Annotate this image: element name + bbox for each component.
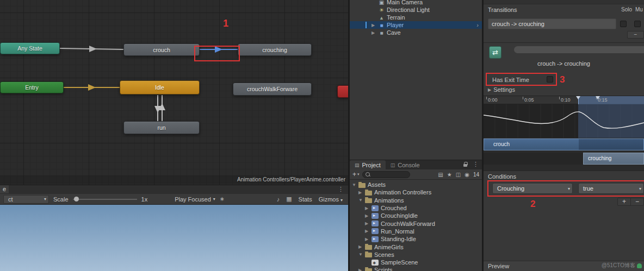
destination-state-row: crouching: [484, 153, 644, 165]
hierar​chy-item[interactable]: Terrain: [350, 14, 482, 21]
saved-search-icon[interactable]: ◫: [456, 172, 461, 178]
project-panel-menu-icon[interactable]: ⋮: [473, 161, 479, 168]
scale-label: Scale: [53, 196, 69, 203]
foldout-arrow-icon[interactable]: ▶: [371, 23, 378, 28]
asset-icon: [371, 220, 379, 226]
tab-console[interactable]: ◫ Console: [386, 160, 425, 169]
foldout-arrow-icon[interactable]: ▼: [358, 252, 365, 257]
capture-burst-icon[interactable]: ∗: [220, 196, 225, 203]
state-run[interactable]: run: [123, 121, 200, 134]
transition-timeline: 0:00 0:05 0:10 0:15: [484, 96, 644, 171]
project-search-input[interactable]: [362, 171, 410, 178]
state-crouchwalkforware[interactable]: crouchWalkForware: [233, 83, 312, 96]
animator-graph-panel[interactable]: Any State crouch crouching Entry Idle cr…: [0, 0, 348, 185]
project-tree-item[interactable]: SampleScene: [350, 259, 482, 266]
game-tab[interactable]: e: [0, 185, 9, 193]
foldout-arrow-icon[interactable]: ▶: [365, 221, 371, 226]
remove-condition-button[interactable]: −: [631, 198, 643, 205]
state-crouch[interactable]: crouch: [123, 43, 200, 56]
foldout-arrow-icon[interactable]: ▶: [365, 206, 371, 211]
destination-state-bar[interactable]: crouching: [583, 153, 644, 165]
asset-name: SampleScene: [381, 259, 418, 266]
object-icon: [378, 7, 385, 13]
project-tree-list: ▼ Assets ▶ Animation Controllers ▼ Anima…: [350, 181, 482, 271]
foldout-arrow-icon[interactable]: ▶: [358, 268, 365, 271]
asset-icon: [371, 228, 379, 234]
asset-name: Animation Controllers: [374, 189, 431, 196]
hierarchy-list: Main Camera Directional Light Terrain ▶ …: [350, 0, 482, 36]
add-condition-button[interactable]: +: [618, 198, 631, 205]
project-tree-item[interactable]: ▶ Run_Normal: [350, 228, 482, 235]
state-entry[interactable]: Entry: [0, 81, 64, 93]
foldout-arrow-icon[interactable]: ▼: [352, 182, 358, 187]
hierar​chy-item[interactable]: Directional Light: [350, 6, 482, 14]
slider-thumb[interactable]: [74, 197, 79, 201]
overlap-shade: [579, 139, 643, 150]
mute-checkbox[interactable]: [634, 21, 641, 27]
foldout-arrow-icon[interactable]: ▼: [358, 198, 365, 203]
project-tree-item[interactable]: ▶ CrouchingIdle: [350, 212, 482, 219]
visibility-eye-icon[interactable]: ◉: [465, 172, 469, 178]
project-tree-item[interactable]: ▼ Scenes: [350, 251, 482, 259]
hierar​chy-item[interactable]: ▶ Player ›: [350, 21, 482, 29]
prefab-open-chevron-icon[interactable]: ›: [476, 22, 479, 28]
condition-value-dropdown[interactable]: true ▾: [578, 183, 644, 194]
aspect-ratio-dropdown[interactable]: ct ▾: [3, 195, 49, 204]
settings-foldout[interactable]: ▶ Settings: [488, 86, 515, 93]
foldout-arrow-icon[interactable]: ▶: [365, 229, 371, 234]
tab-project[interactable]: ▤ Project: [350, 160, 386, 169]
condition-parameter-dropdown[interactable]: Crouching ▾: [492, 183, 573, 194]
scale-slider[interactable]: [73, 195, 137, 204]
stats-grid-icon[interactable]: ▦: [286, 196, 292, 203]
game-tab-strip: e ⋮: [0, 185, 348, 193]
game-panel-menu-icon[interactable]: ⋮: [338, 186, 344, 193]
timeline-ruler[interactable]: 0:00 0:05 0:10 0:15: [484, 96, 644, 104]
mute-audio-icon[interactable]: ♪: [277, 196, 280, 203]
panel-divider[interactable]: [482, 0, 484, 271]
hierar​chy-item[interactable]: ▶ Cave: [350, 29, 482, 36]
transition-anystate-to-crouch[interactable]: [60, 46, 123, 52]
transition-list-item[interactable]: crouch -> crouching: [488, 18, 616, 29]
play-focused-dropdown[interactable]: Play Focused ▾: [175, 196, 215, 203]
stats-button[interactable]: Stats: [299, 196, 312, 203]
foldout-arrow-icon[interactable]: ▶: [365, 213, 371, 218]
solo-checkbox[interactable]: [620, 21, 627, 27]
add-asset-button[interactable]: + ▾: [352, 171, 360, 178]
remove-transition-button[interactable]: −: [627, 31, 644, 39]
project-tree-item[interactable]: ▼ Assets: [350, 181, 482, 188]
asset-name: CrouchWalkForward: [381, 220, 435, 227]
state-idle[interactable]: Idle: [120, 80, 200, 94]
foldout-arrow-icon[interactable]: ▶: [358, 190, 365, 195]
foldout-arrow-icon[interactable]: ▶: [365, 237, 371, 242]
project-tree-item[interactable]: ▶ AnimeGirls: [350, 243, 482, 250]
state-crouching[interactable]: crouching: [238, 43, 312, 56]
chevron-down-icon: ▾: [44, 197, 46, 201]
transition-entry-to-idle[interactable]: [64, 84, 120, 91]
state-clipped-red[interactable]: [337, 85, 348, 98]
panel-divider[interactable]: [348, 0, 350, 271]
game-viewport[interactable]: [0, 205, 348, 271]
project-tree-item[interactable]: ▶ Scripts: [350, 266, 482, 271]
project-tree-item[interactable]: ▶ CrouchWalkForward: [350, 219, 482, 227]
search-by-label-icon[interactable]: ★: [447, 172, 452, 178]
transition-title: crouch -> crouching: [484, 60, 644, 67]
lock-icon[interactable]: [463, 162, 468, 167]
project-tree-item[interactable]: ▶ Standing-Idle: [350, 235, 482, 243]
project-tree-item[interactable]: ▼ Animations: [350, 197, 482, 204]
source-state-bar[interactable]: crouch: [484, 138, 644, 150]
timeline-tick: 0:00: [486, 97, 498, 103]
gizmos-dropdown[interactable]: Gizmos ▾: [319, 196, 343, 203]
state-any-state[interactable]: Any State: [0, 42, 60, 54]
hierar​chy-item[interactable]: Main Camera: [350, 0, 482, 6]
foldout-arrow-icon[interactable]: ▶: [358, 244, 365, 249]
transition-end-handle[interactable]: [596, 96, 600, 99]
transition-crouch-to-crouching-selected[interactable]: [200, 46, 238, 53]
project-tree-item[interactable]: ▶ Animation Controllers: [350, 188, 482, 196]
search-by-type-icon[interactable]: ▤: [438, 172, 443, 178]
transition-start-handle[interactable]: [576, 96, 580, 99]
slider-track: [73, 199, 137, 200]
project-tree-item[interactable]: ▶ Crouched: [350, 204, 482, 212]
timeline-tick: 0:05: [523, 97, 534, 103]
has-exit-time-checkbox[interactable]: [547, 76, 553, 83]
foldout-arrow-icon[interactable]: ▶: [371, 30, 378, 35]
